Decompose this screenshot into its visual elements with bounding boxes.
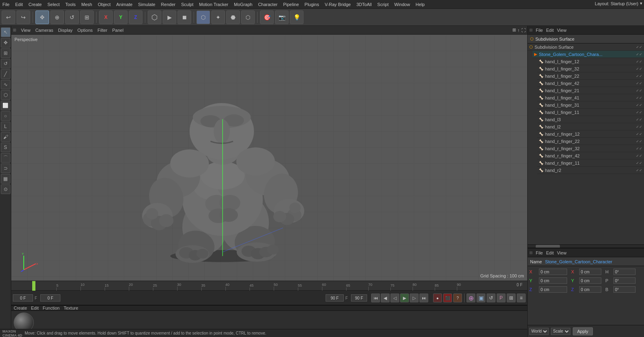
layout-dropdown-icon[interactable]: ▾ [640, 1, 642, 6]
om-item-hand-l-finger-41[interactable]: 🦴 hand_l_finger_41 ✓✓ [537, 94, 644, 101]
current-frame-input[interactable] [13, 294, 33, 302]
viewport-menu-filter[interactable]: Filter [97, 28, 107, 33]
mat-menu-function[interactable]: Function [43, 306, 60, 310]
am-x-rot-input[interactable] [579, 269, 601, 275]
om-item-hand-r-finger-42[interactable]: 🦴 hand_r_finger_42 ✓✓ [537, 152, 644, 159]
menu-create[interactable]: Create [29, 2, 42, 7]
play-button[interactable]: ▶ [163, 10, 176, 24]
snap-keys-button[interactable]: ↺ [487, 294, 495, 302]
left-tool-brush[interactable]: ⊙ [1, 184, 10, 194]
frame-offset-input[interactable] [40, 294, 60, 302]
menu-script[interactable]: Script [377, 2, 388, 7]
menu-edit[interactable]: Edit [15, 2, 23, 7]
left-tool-grid[interactable]: ▦ [1, 174, 10, 184]
mat-menu-create[interactable]: Create [14, 306, 27, 310]
menu-plugins[interactable]: Plugins [305, 2, 319, 7]
om-item-hand-r-finger-22[interactable]: 🦴 hand_r_finger_22 ✓✓ [537, 138, 644, 145]
am-menu-view[interactable]: View [557, 250, 567, 255]
menu-motion-tracker[interactable]: Motion Tracker [199, 2, 229, 7]
viewport-menu-cameras[interactable]: Cameras [35, 28, 54, 33]
menu-pipeline[interactable]: Pipeline [283, 2, 299, 7]
snap-button[interactable]: 🎯 [260, 10, 274, 24]
key-type-button[interactable]: ▣ [477, 294, 485, 302]
z-axis-button[interactable]: Z [129, 10, 142, 24]
viewport-icon-3[interactable]: ⛶ [521, 28, 526, 33]
play-back-button[interactable]: ◁ [390, 294, 399, 302]
go-to-start-button[interactable]: ⏮ [371, 294, 380, 302]
om-item-hand-l-finger-12[interactable]: 🦴 hand_l_finger_12 ✓✓ [537, 58, 644, 65]
am-menu-edit[interactable]: Edit [546, 250, 554, 255]
om-item-hand-l-finger-22[interactable]: 🦴 hand_l_finger_22 ✓✓ [537, 72, 644, 80]
viewport-menu-options[interactable]: Options [77, 28, 93, 33]
am-menu-file[interactable]: File [536, 250, 543, 255]
menu-character[interactable]: Character [258, 2, 277, 7]
left-tool-l[interactable]: L [1, 122, 10, 131]
move-tool-button[interactable]: ✥ [35, 10, 49, 24]
om-item-hand-l-finger-21[interactable]: 🦴 hand_l_finger_21 ✓✓ [537, 87, 644, 94]
left-tool-polygon[interactable]: ⬡ [1, 90, 10, 100]
left-tool-select[interactable]: ↖ [1, 27, 10, 37]
stop-button[interactable]: ⏹ [178, 10, 191, 24]
om-menu-file[interactable]: File [536, 28, 543, 33]
left-tool-curve[interactable]: ⌒ [1, 153, 10, 163]
edge-mode-button[interactable]: ⬣ [226, 10, 240, 24]
am-apply-button[interactable]: Apply [573, 327, 593, 335]
om-item-hand-l-finger-42[interactable]: 🦴 hand_l_finger_42 ✓✓ [537, 80, 644, 87]
layout-selector[interactable]: Layout: Startup (User) ▾ [595, 1, 644, 6]
om-menu-view[interactable]: View [557, 28, 567, 33]
end-frame-input[interactable] [351, 294, 367, 302]
left-tool-rotate[interactable]: ↺ [1, 59, 10, 68]
am-p-input[interactable] [613, 277, 636, 284]
timeline-view-button[interactable]: ≡ [517, 294, 526, 302]
am-h-input[interactable] [613, 269, 636, 275]
frame-marker[interactable] [32, 281, 35, 291]
x-axis-button[interactable]: X [99, 10, 113, 24]
undo-button[interactable]: ↩ [2, 10, 15, 24]
om-item-hand-l2[interactable]: 🦴 hand_l2 ✓✓ [537, 123, 644, 130]
om-item-hand-r-finger-12[interactable]: 🦴 hand_r_finger_12 ✓✓ [537, 130, 644, 138]
am-world-select[interactable]: World [529, 328, 549, 335]
am-x-pos-input[interactable] [539, 269, 567, 275]
scale-tool-button[interactable]: ⊕ [50, 10, 64, 24]
menu-simulate[interactable]: Simulate [138, 2, 155, 7]
am-y-rot-input[interactable] [579, 277, 601, 284]
mat-menu-texture[interactable]: Texture [64, 306, 78, 310]
am-z-rot-input[interactable] [579, 286, 601, 293]
rotate-tool-button[interactable]: ↺ [65, 10, 79, 24]
am-z-pos-input[interactable] [539, 286, 567, 293]
motion-path-button[interactable]: ? [453, 294, 462, 302]
menu-3dtoall[interactable]: 3DToAll [356, 2, 372, 7]
viewport-icon-2[interactable]: ↑ [518, 28, 520, 33]
step-forward-button[interactable]: ▷ [410, 294, 419, 302]
transform-tool-button[interactable]: ⊞ [80, 10, 94, 24]
viewport-menu-display[interactable]: Display [58, 28, 72, 33]
viewport-menu-panel[interactable]: Panel [112, 28, 124, 33]
menu-sculpt[interactable]: Sculpt [181, 2, 194, 7]
record-button[interactable]: ⬡ [148, 10, 161, 24]
om-menu-edit[interactable]: Edit [546, 28, 554, 33]
om-item-hand-l-finger-31[interactable]: 🦴 hand_l_finger_31 ✓✓ [537, 101, 644, 109]
am-y-pos-input[interactable] [539, 277, 567, 284]
end-frame-display[interactable] [326, 294, 344, 302]
left-tool-sphere[interactable]: ○ [1, 111, 10, 121]
left-tool-magnet[interactable]: ⊃ [1, 163, 10, 173]
left-tool-paint[interactable]: 🖌 [1, 132, 10, 142]
menu-animate[interactable]: Animate [116, 2, 132, 7]
om-item-hand-l3[interactable]: 🦴 hand_l3 ✓✓ [537, 116, 644, 123]
menu-vray[interactable]: V-Ray Bridge [325, 2, 351, 7]
menu-tools[interactable]: Tools [65, 2, 76, 7]
viewport-menu-view[interactable]: View [21, 28, 31, 33]
om-item-subdivision-surface[interactable]: ⬡ Subdivision Surface ✓✓ [528, 43, 644, 51]
left-tool-scale[interactable]: ⊞ [1, 48, 10, 58]
om-item-hand-r2[interactable]: 🦴 hand_r2 ✓✓ [537, 167, 644, 174]
key-filter-button[interactable]: ⊞ [507, 294, 516, 302]
autokey-button[interactable]: P [497, 294, 506, 302]
menu-help[interactable]: Help [416, 2, 425, 7]
step-back-button[interactable]: ◀ [381, 294, 390, 302]
om-list[interactable]: ⬡ Subdivision Surface ✓✓ ▶ Stone_Golem_C… [528, 43, 644, 244]
om-item-stone-golem[interactable]: ▶ Stone_Golem_Cartoon_Chara... ✓✓ [533, 51, 644, 58]
om-horizontal-scrollbar[interactable] [528, 244, 644, 248]
left-tool-line[interactable]: ╱ [1, 69, 10, 79]
left-tool-s[interactable]: S [1, 143, 10, 152]
om-item-hand-r-finger-32[interactable]: 🦴 hand_r_finger_32 ✓✓ [537, 145, 644, 152]
